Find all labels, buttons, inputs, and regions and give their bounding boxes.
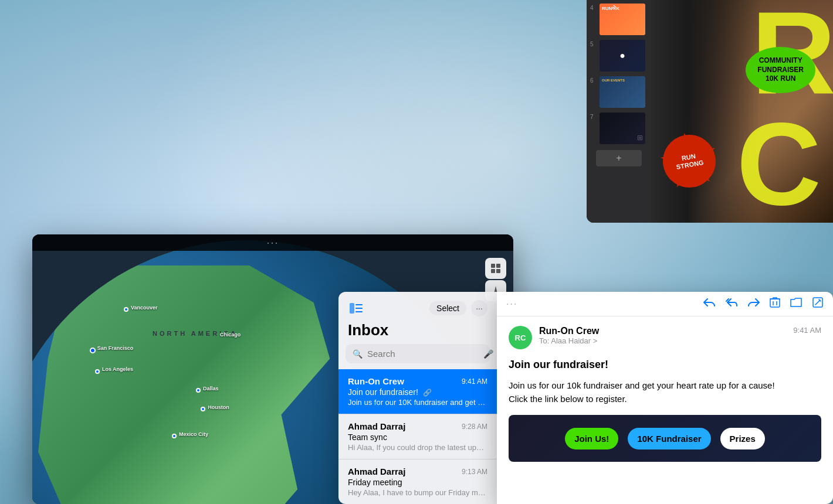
mail-preview-2: Hey Alaa, I have to bump our Friday meet… [348, 488, 487, 497]
slide-num-7: 7 [590, 114, 597, 120]
sender-info: Run-On Crew To: Alaa Haidar > [539, 326, 786, 345]
add-slide-button[interactable]: + [596, 150, 642, 166]
svg-rect-3 [496, 269, 500, 273]
sticker-green-text: COMMUNITY FUNDRAISER 10K RUN [757, 56, 804, 84]
mail-sender-2: Ahmad Darraj [348, 466, 405, 476]
svg-rect-1 [496, 264, 500, 268]
mail-time-0: 9:41 AM [462, 377, 487, 386]
community-fundraiser-sticker: COMMUNITY FUNDRAISER 10K RUN [746, 47, 815, 93]
city-label-houston: Houston [208, 404, 229, 410]
mail-time-2: 9:13 AM [462, 468, 487, 476]
mail-preview-1: Hi Alaa, If you could drop the latest up… [348, 443, 487, 452]
slide-item-6[interactable]: 6 [587, 75, 651, 109]
mail-to-line: To: Alaa Haidar > [539, 336, 786, 345]
slide-thumb-7[interactable] [600, 113, 645, 144]
sender-name: Run-On Crew [539, 326, 786, 336]
mail-detail-panel: ··· [497, 292, 833, 504]
attachment-icon-0: 🔗 [423, 389, 432, 397]
maps-titlebar: ··· [32, 234, 513, 251]
search-icon: 🔍 [353, 349, 363, 359]
keynote-slides-panel: 4 5 6 7 + [587, 0, 651, 223]
city-label-vancouver: Vancouver [131, 305, 158, 311]
folder-button[interactable] [790, 297, 802, 311]
city-label-mexico-city: Mexico City [179, 431, 208, 437]
svg-rect-0 [491, 264, 495, 268]
keynote-slide-canvas: R C RUN STRONG COMMUNITY FUNDRAISER 10K … [651, 0, 833, 223]
svg-rect-2 [491, 269, 495, 273]
mail-sidebar-toggle[interactable] [348, 300, 364, 316]
keynote-window: 4 5 6 7 + R C [587, 0, 833, 223]
slide-num-4: 4 [590, 5, 597, 11]
slide-thumb-6[interactable] [600, 76, 645, 108]
join-us-button[interactable]: Join Us! [565, 428, 618, 449]
microphone-icon[interactable]: 🎤 [483, 349, 493, 359]
slide-thumb-4[interactable] [600, 4, 645, 35]
keynote-canvas-area: R C RUN STRONG COMMUNITY FUNDRAISER 10K … [651, 0, 833, 223]
svg-rect-5 [350, 303, 354, 314]
svg-rect-7 [355, 308, 363, 309]
mail-detail-subject: Join our fundraiser! [509, 359, 821, 371]
mail-fundraiser-banner: Join Us! 10K Fundraiser Prizes [509, 415, 821, 462]
mail-body-text: Join us for our 10k fundraiser and get y… [509, 379, 821, 406]
sticker-red-text: RUN STRONG [675, 151, 705, 171]
slide-num-6: 6 [590, 77, 597, 84]
city-label-dallas: Dallas [203, 386, 219, 391]
mail-message-run-on-crew[interactable]: Run-On Crew 9:41 AM Join our fundraiser!… [338, 369, 497, 414]
slide-num-5: 5 [590, 41, 597, 47]
forward-button[interactable] [747, 297, 760, 311]
sender-avatar: RC [509, 326, 532, 349]
mail-sender-0: Run-On Crew [348, 376, 404, 386]
mail-time-1: 9:28 AM [462, 423, 487, 431]
mail-inbox-title: Inbox [338, 321, 497, 344]
slide-item-4[interactable]: 4 [587, 2, 651, 36]
yellow-c-letter: C [737, 105, 821, 223]
mail-sender-1: Ahmad Darraj [348, 421, 405, 431]
city-dot-los-angeles [95, 369, 100, 374]
mail-search-input[interactable] [367, 349, 479, 359]
city-dot-dallas [196, 388, 201, 393]
slide-thumb-5[interactable] [600, 40, 645, 71]
mail-subject-2: Friday meeting [348, 478, 487, 487]
mail-select-button[interactable]: Select [429, 301, 466, 315]
mail-detail-body: RC Run-On Crew To: Alaa Haidar > 9:41 AM… [497, 316, 833, 502]
compose-button[interactable] [812, 297, 824, 311]
maps-dots: ··· [266, 237, 279, 249]
mail-list-header: Select ··· [338, 292, 497, 321]
trash-button[interactable] [770, 297, 780, 311]
mail-header-actions: Select ··· [429, 300, 487, 316]
mail-subject-1: Team sync [348, 433, 487, 442]
mail-detail-dots: ··· [506, 299, 517, 309]
svg-rect-8 [355, 311, 363, 312]
mail-list-panel: Select ··· Inbox 🔍 🎤 Run-On Crew 9:41 AM… [338, 292, 497, 504]
mail-message-ahmad-1[interactable]: Ahmad Darraj 9:28 AM Team sync Hi Alaa, … [338, 414, 497, 459]
city-dot-vancouver [124, 307, 128, 312]
mail-detail-timestamp: 9:41 AM [793, 326, 821, 335]
mail-subject-0: Join our fundraiser! 🔗 [348, 387, 487, 397]
mail-sender-row: RC Run-On Crew To: Alaa Haidar > 9:41 AM [509, 326, 821, 349]
prizes-button[interactable]: Prizes [720, 428, 765, 449]
mail-detail-toolbar: ··· [497, 292, 833, 316]
mail-message-ahmad-2[interactable]: Ahmad Darraj 9:13 AM Friday meeting Hey … [338, 459, 497, 504]
mail-more-button[interactable]: ··· [471, 300, 487, 316]
mail-detail-action-buttons [703, 297, 824, 311]
map-layers-button[interactable] [485, 258, 506, 279]
svg-rect-6 [355, 304, 363, 305]
mail-search-bar[interactable]: 🔍 🎤 [346, 344, 490, 363]
city-label-san-francisco: San Francisco [97, 345, 134, 351]
reply-all-button[interactable] [725, 297, 738, 311]
slide-item-7[interactable]: 7 [587, 111, 651, 145]
city-label-los-angeles: Los Angeles [102, 366, 133, 372]
city-label-chicago: Chicago [220, 332, 241, 338]
svg-rect-9 [770, 299, 780, 307]
mail-preview-0: Join us for our 10K fundraiser and get y… [348, 398, 487, 407]
reply-button[interactable] [703, 297, 716, 311]
slide-item-5[interactable]: 5 [587, 39, 651, 73]
10k-fundraiser-button[interactable]: 10K Fundraiser [628, 428, 710, 449]
